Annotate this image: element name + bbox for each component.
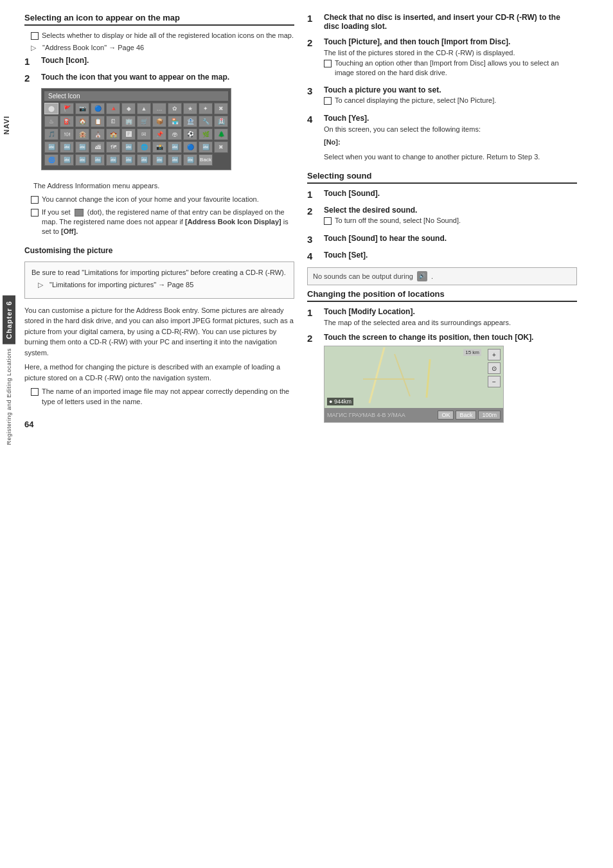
icon-cell[interactable]: 🔵 (183, 141, 197, 153)
icon-cell[interactable]: ▲ (137, 103, 151, 114)
bullet-square-icon (324, 97, 332, 105)
icon-cell[interactable]: 📌 (152, 128, 166, 140)
icon-cell[interactable]: 📷 (75, 103, 89, 114)
map-toolbar-buttons: OK Back 100m (438, 411, 501, 420)
icon-cell[interactable]: 🔺 (106, 103, 120, 114)
icon-cell[interactable]: ⚽ (183, 128, 197, 140)
bullet-square-icon (324, 60, 332, 67)
icon-cell[interactable]: 🔤 (168, 154, 182, 166)
no-body: Select when you want to change to anothe… (324, 152, 577, 163)
icon-cell[interactable]: 🌲 (214, 128, 228, 140)
icon-cell[interactable]: … (152, 103, 166, 114)
map-zoom-in-btn[interactable]: + (488, 349, 501, 360)
icon-cell[interactable]: 🏨 (75, 128, 89, 140)
icon-cell[interactable]: 🔤 (60, 141, 74, 153)
icon-cell[interactable]: ★ (183, 103, 197, 114)
bullet-square-icon (31, 388, 39, 396)
icon-cell[interactable]: 🔤 (60, 154, 74, 166)
chapter-label-container: Chapter 6 Registering and Editing Locati… (0, 296, 18, 445)
icon-cell[interactable]: 🏫 (106, 128, 120, 140)
icon-cell[interactable]: ◆ (121, 103, 136, 114)
icon-cell[interactable]: 🔤 (75, 141, 89, 153)
map-zoom-out-btn[interactable]: − (488, 376, 501, 387)
icon-cell[interactable]: 🔤 (137, 154, 151, 166)
sound-step-1: 1 Touch [Sound]. (307, 189, 577, 200)
bullet-square-icon (31, 209, 39, 217)
icon-cell[interactable]: 🏙 (91, 141, 105, 153)
icon-cell[interactable]: 🗓 (106, 116, 120, 127)
icon-cell[interactable]: 🏦 (183, 116, 197, 127)
sound-step2-title: Select the desired sound. (324, 206, 577, 215)
icon-cell[interactable]: ✖ (214, 103, 228, 114)
icon-cell[interactable]: 🚩 (60, 103, 74, 114)
icon-cell[interactable]: 🌀 (44, 154, 58, 166)
bullet-cannot-change-icon: You cannot change the icon of your home … (24, 195, 294, 204)
map-right-buttons: + ⊙ − (488, 349, 501, 387)
icon-cell[interactable]: 🌐 (137, 141, 151, 153)
icon-cell[interactable]: 🔤 (75, 154, 89, 166)
icon-grid-container: Select Icon ⬤ 🚩 📷 🔵 🔺 ◆ ▲ … ✿ (41, 88, 231, 170)
icon-cell[interactable]: 🔤 (183, 154, 197, 166)
icon-cell[interactable]: 🅿 (121, 128, 136, 140)
icon-cell[interactable]: ✦ (199, 103, 213, 114)
icon-cell[interactable]: 🏢 (121, 116, 136, 127)
icon-cell[interactable]: 🔵 (91, 103, 105, 114)
icon-cell[interactable]: ✉ (137, 128, 151, 140)
sound-step-3: 3 Touch [Sound] to hear the sound. (307, 234, 577, 245)
icon-cell[interactable]: 🏟 (168, 128, 182, 140)
icon-cell[interactable]: ⛽ (60, 116, 74, 127)
icon-cell[interactable]: 🍽 (60, 128, 74, 140)
registering-label: Registering and Editing Locations (6, 348, 12, 445)
navi-label: NAVI (3, 116, 10, 134)
icon-cell[interactable]: 📸 (152, 141, 166, 153)
icon-cell[interactable]: 🔤 (106, 154, 120, 166)
icon-grid-row-2: ♨ ⛽ 🏠 📋 🗓 🏢 🛒 📦 🏪 🏦 🔧 🏥 (44, 116, 228, 127)
step1-right-title: Check that no disc is inserted, and inse… (324, 13, 577, 31)
icon-cell[interactable]: ⛪ (91, 128, 105, 140)
icon-cell[interactable]: Back (199, 154, 213, 166)
map-toolbar: МАГИС ГРАУМАВ 4-В У/МАА OK Back 100m (324, 408, 503, 422)
map-toolbar-label: МАГИС ГРАУМАВ 4-В У/МАА (327, 412, 405, 418)
icon-cell[interactable]: 🎵 (44, 128, 58, 140)
icon-cell[interactable]: 🌿 (199, 128, 213, 140)
sound-box-period: . (431, 272, 433, 280)
icon-cell[interactable]: 🔤 (121, 141, 136, 153)
sound-box-text: No sounds can be output during (313, 272, 413, 280)
bullet-item-display-hide: Selects whether to display or hide all o… (24, 31, 294, 40)
icon-cell[interactable]: 📦 (152, 116, 166, 127)
pos-step2-title: Touch the screen to change its position,… (324, 333, 577, 342)
step2-right-title: Touch [Picture], and then touch [Import … (324, 37, 577, 46)
map-scale2-btn[interactable]: 100m (478, 411, 501, 420)
map-compass-btn[interactable]: ⊙ (488, 362, 501, 374)
no-label: [No]: (324, 137, 577, 148)
page-container: NAVI Chapter 6 Registering and Editing L… (0, 0, 613, 868)
icon-cell[interactable]: ✖ (214, 141, 228, 153)
para1: You can customise a picture for the Addr… (24, 305, 294, 359)
icon-cell[interactable]: 🔤 (121, 154, 136, 166)
left-tab: NAVI Chapter 6 Registering and Editing L… (0, 0, 18, 868)
icon-grid-row-3: 🎵 🍽 🏨 ⛪ 🏫 🅿 ✉ 📌 🏟 ⚽ 🌿 🌲 (44, 128, 228, 140)
icon-cell[interactable]: 🏪 (168, 116, 182, 127)
map-road-2 (394, 354, 411, 396)
icon-cell[interactable]: 🔤 (199, 141, 213, 153)
map-back-btn[interactable]: Back (456, 411, 476, 420)
map-image: 15 km + ⊙ − ● 944km МАГИС ГРАУМАВ 4-В У/… (324, 346, 504, 423)
icon-cell[interactable]: ✿ (168, 103, 182, 114)
icon-cell[interactable]: 🔤 (152, 154, 166, 166)
icon-cell[interactable]: 🛒 (137, 116, 151, 127)
icon-cell[interactable]: 📋 (91, 116, 105, 127)
icon-cell[interactable]: ♨ (44, 116, 58, 127)
icon-cell[interactable]: 🏠 (75, 116, 89, 127)
icon-cell[interactable]: 🗺 (106, 141, 120, 153)
icon-cell[interactable]: 🔤 (91, 154, 105, 166)
icon-cell[interactable]: 🔤 (44, 141, 58, 153)
step-1-left: 1 Touch [Icon]. (24, 56, 294, 67)
sound-step-2: 2 Select the desired sound. To turn off … (307, 206, 577, 228)
bullet-imported-name: The name of an imported image file may n… (24, 387, 294, 407)
icon-cell[interactable]: 🏥 (214, 116, 228, 127)
step-2-right: 2 Touch [Picture], and then touch [Impor… (307, 37, 577, 80)
map-ok-btn[interactable]: OK (438, 411, 454, 420)
icon-cell[interactable]: 🔧 (199, 116, 213, 127)
icon-cell[interactable]: 🔤 (168, 141, 182, 153)
icon-cell[interactable]: ⬤ (44, 103, 58, 114)
